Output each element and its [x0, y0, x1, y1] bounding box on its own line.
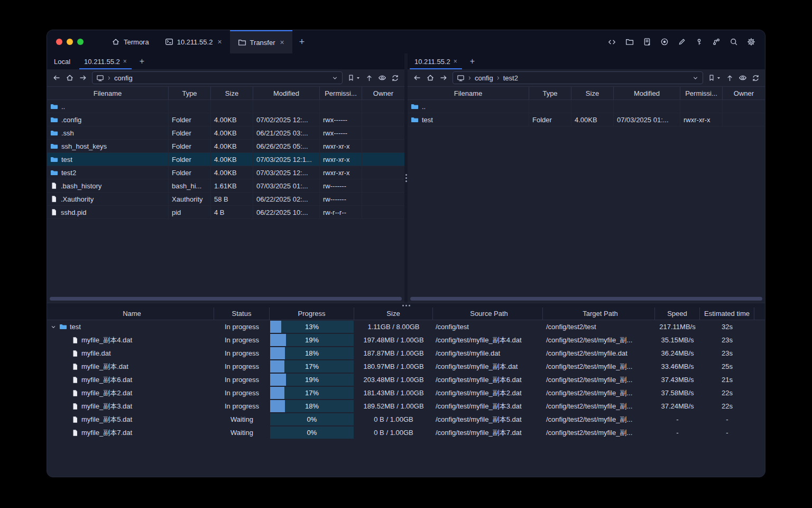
path-combobox[interactable]: config — [92, 71, 343, 84]
close-tab-icon[interactable]: × — [123, 58, 127, 65]
column-header[interactable]: Size — [211, 87, 253, 99]
file-row[interactable]: ssh_host_keysFolder4.00KB06/26/2025 05:.… — [47, 140, 404, 153]
transfer-row[interactable]: myfile_副本4.datIn progress19%197.48MB / 1… — [47, 333, 765, 347]
key-button[interactable] — [695, 38, 703, 46]
transfer-row[interactable]: myfile.datIn progress18%187.87MB / 1.00G… — [47, 347, 765, 360]
file-row[interactable]: testFolder4.00KB07/03/2025 12:1...rwxr-x… — [47, 153, 404, 166]
column-header[interactable]: Permissi... — [680, 87, 723, 99]
file-row[interactable]: testFolder4.00KB07/03/2025 01:...rwxr-xr… — [408, 113, 765, 126]
combo-chevron-down-icon[interactable] — [331, 75, 338, 81]
column-header[interactable]: Source Path — [433, 307, 543, 320]
upload-button[interactable] — [726, 74, 734, 82]
new-pane-tab-button[interactable]: + — [134, 53, 150, 69]
transfer-name-label: test — [70, 323, 81, 331]
file-row[interactable]: .. — [408, 100, 765, 113]
home-button[interactable] — [66, 74, 74, 82]
pane-tab-local[interactable]: Local — [47, 53, 77, 69]
folder-icon — [50, 103, 58, 111]
pane-tab-10-211-55-2[interactable]: 10.211.55.2× — [77, 53, 134, 69]
code-button[interactable] — [607, 38, 616, 47]
edit-button[interactable] — [678, 38, 686, 46]
new-pane-tab-button[interactable]: + — [464, 53, 481, 69]
back-button[interactable] — [52, 74, 61, 82]
transfer-cell: /config/test/myfile_副本3.dat — [433, 400, 543, 413]
forward-button[interactable] — [79, 74, 87, 82]
forward-icon — [439, 74, 448, 82]
file-row[interactable]: .configFolder4.00KB07/02/2025 12:...rwx-… — [47, 113, 404, 126]
column-header[interactable]: Size — [354, 307, 433, 320]
eye-button[interactable] — [378, 74, 386, 82]
transfer-row[interactable]: myfile_副本2.datIn progress17%181.43MB / 1… — [47, 386, 765, 400]
file-row[interactable]: .. — [47, 100, 404, 113]
log-button[interactable] — [643, 38, 651, 46]
column-header[interactable]: Permissi... — [320, 87, 362, 99]
zoom-window-button[interactable] — [77, 39, 84, 45]
eye-button[interactable] — [739, 74, 747, 82]
horizontal-scrollbar[interactable] — [410, 297, 762, 301]
tab-termora[interactable]: Termora — [104, 30, 157, 53]
column-header[interactable]: Speed — [655, 307, 700, 320]
close-tab-icon[interactable]: × — [280, 38, 284, 47]
record-button[interactable] — [660, 38, 669, 46]
refresh-button[interactable] — [752, 74, 760, 82]
minimize-window-button[interactable] — [67, 39, 73, 45]
column-header[interactable]: Owner — [362, 87, 404, 99]
file-row[interactable]: sshd.pidpid4 B06/22/2025 10:...rw-r--r-- — [47, 206, 404, 219]
refresh-button[interactable] — [391, 74, 399, 82]
column-header[interactable]: Estimated time — [700, 307, 754, 320]
filename-cell: .bash_history — [47, 179, 169, 192]
column-header[interactable]: Size — [571, 87, 614, 99]
breadcrumb-segment[interactable]: test2 — [503, 74, 518, 82]
bookmark-button[interactable] — [708, 74, 721, 81]
back-icon — [52, 74, 61, 82]
keychain-button[interactable] — [712, 38, 721, 46]
home-button[interactable] — [426, 74, 435, 82]
column-header[interactable]: Status — [214, 307, 270, 320]
close-window-button[interactable] — [56, 39, 62, 45]
breadcrumb-segment[interactable]: config — [475, 74, 493, 82]
computer-icon — [96, 74, 104, 82]
file-row[interactable]: .bash_historybash_hi...1.61KB07/03/2025 … — [47, 179, 404, 193]
bookmark-button[interactable] — [347, 74, 361, 81]
forward-button[interactable] — [439, 74, 448, 82]
horizontal-scrollbar[interactable] — [50, 297, 402, 301]
settings-button[interactable] — [747, 38, 755, 46]
file-row[interactable]: .sshFolder4.00KB06/21/2025 03:...rwx----… — [47, 126, 404, 140]
tree-expand-icon[interactable] — [50, 324, 57, 330]
transfer-row[interactable]: myfile_副本3.datIn progress18%189.52MB / 1… — [47, 400, 765, 413]
transfer-row[interactable]: testIn progress13%1.11GB / 8.00GB/config… — [47, 320, 765, 333]
column-header[interactable]: Filename — [408, 87, 529, 99]
filename-cell: .. — [47, 100, 169, 113]
column-header[interactable]: Modified — [614, 87, 680, 99]
tab-session[interactable]: 10.211.55.2 × — [157, 30, 230, 53]
column-header[interactable]: Progress — [270, 307, 354, 320]
close-tab-icon[interactable]: × — [454, 58, 457, 65]
folder-outline-button[interactable] — [625, 38, 634, 46]
transfer-row[interactable]: myfile_副本6.datIn progress19%203.48MB / 1… — [47, 373, 765, 386]
new-window-tab-button[interactable]: + — [292, 30, 312, 53]
close-tab-icon[interactable]: × — [217, 38, 222, 46]
file-row[interactable]: .XauthorityXauthority58 B06/22/2025 02:.… — [47, 193, 404, 206]
transfer-row[interactable]: myfile_副本5.datWaiting0%0 B / 1.00GB/conf… — [47, 413, 765, 426]
transfer-row[interactable]: myfile_副本7.datWaiting0%0 B / 1.00GB/conf… — [47, 426, 765, 439]
tab-transfer[interactable]: Transfer × — [230, 30, 292, 53]
upload-button[interactable] — [365, 74, 373, 82]
search-button[interactable] — [730, 38, 738, 46]
column-header[interactable]: Name — [47, 307, 214, 320]
combo-chevron-down-icon[interactable] — [692, 75, 699, 81]
breadcrumb-segment[interactable]: config — [114, 74, 133, 82]
back-button[interactable] — [413, 74, 421, 82]
path-combobox[interactable]: configtest2 — [453, 71, 703, 84]
pane-tab-10-211-55-2[interactable]: 10.211.55.2× — [408, 53, 464, 69]
column-header[interactable]: Type — [169, 87, 211, 99]
transfer-cell: 1.11GB / 8.00GB — [354, 320, 433, 333]
column-header[interactable]: Modified — [253, 87, 320, 99]
transfer-name-label: myfile_副本6.dat — [81, 375, 132, 385]
file-row[interactable]: test2Folder4.00KB07/03/2025 12:...rwxr-x… — [47, 166, 404, 179]
column-header[interactable]: Filename — [47, 87, 169, 99]
column-header[interactable]: Target Path — [543, 307, 655, 320]
transfer-row[interactable]: myfile_副本.datIn progress17%180.97MB / 1.… — [47, 360, 765, 373]
horizontal-splitter[interactable] — [47, 303, 765, 307]
column-header[interactable]: Owner — [723, 87, 765, 99]
column-header[interactable]: Type — [529, 87, 571, 99]
